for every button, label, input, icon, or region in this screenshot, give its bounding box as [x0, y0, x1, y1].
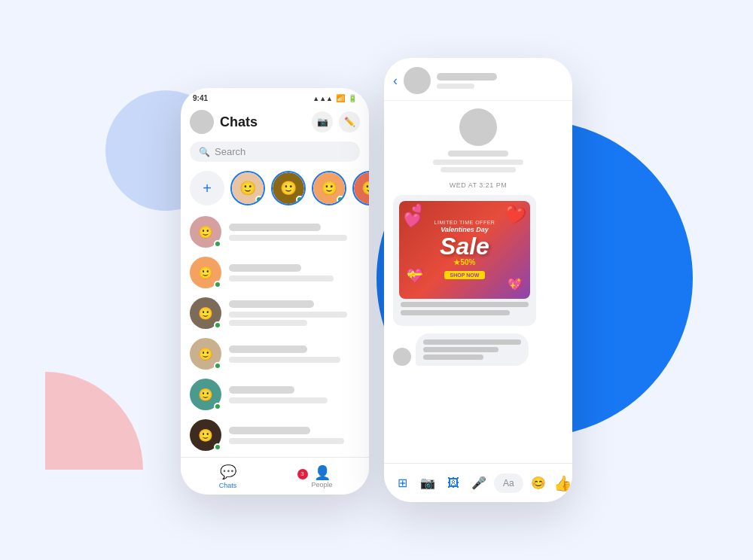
chat-avatar: 🙂 — [190, 338, 221, 370]
messages-area: WED AT 3:21 PM 💕 ❤️ 💝 💖 LIMITED TIME OFF… — [384, 101, 572, 455]
chat-info — [229, 300, 360, 326]
chat-info — [229, 264, 360, 282]
chat-msg-bar — [229, 397, 328, 403]
online-indicator — [296, 196, 303, 203]
header-icons: 📷 ✏️ — [312, 111, 360, 132]
edit-button[interactable]: ✏️ — [339, 111, 360, 132]
chat-msg-bar — [229, 357, 340, 363]
chat-info — [229, 386, 360, 403]
story-circle-2[interactable]: 🙂 — [271, 171, 306, 205]
contact-status-bar — [437, 84, 474, 89]
ad-text-lines — [399, 299, 530, 320]
msg-line — [401, 310, 510, 315]
msg-line — [423, 347, 498, 352]
chat-list-item[interactable]: 🙂 — [181, 293, 369, 333]
battery-icon: 🔋 — [348, 94, 357, 102]
heart-decoration: 💕 — [400, 202, 428, 230]
ad-limited-text: LIMITED TIME OFFER — [434, 220, 495, 225]
chat-avatar: 🙂 — [190, 419, 221, 451]
chats-nav-label: Chats — [219, 482, 237, 489]
ad-content: LIMITED TIME OFFER Valentines Day Sale ★… — [434, 220, 495, 280]
chat-list-item[interactable]: 🙂 — [181, 374, 369, 415]
status-bar: 9:41 ▲▲▲ 📶 🔋 — [181, 88, 369, 105]
emoji-button[interactable]: 😊 — [528, 473, 549, 494]
online-dot — [214, 443, 221, 451]
phones-container: 9:41 ▲▲▲ 📶 🔋 Chats 📷 ✏️ 🔍 Search + — [181, 58, 572, 502]
ad-image: 💕 ❤️ 💝 💖 LIMITED TIME OFFER Valentines D… — [399, 201, 530, 299]
ad-sale-text: Sale — [434, 234, 495, 258]
date-separator: WED AT 3:21 PM — [393, 181, 563, 189]
chat-msg-bar — [229, 275, 334, 282]
user-avatar[interactable] — [190, 110, 214, 134]
heart-decoration: ❤️ — [501, 202, 529, 229]
chat-name-bar — [229, 345, 307, 353]
phone-chat-detail: ‹ WED AT 3:21 PM 💕 ❤️ — [384, 58, 572, 502]
chat-list-item[interactable]: 🙂 — [181, 212, 369, 252]
contact-avatar — [404, 67, 431, 94]
chat-avatar: 🙂 — [190, 297, 221, 329]
sender-avatar-small — [393, 348, 411, 366]
image-button[interactable]: 🖼 — [443, 473, 464, 494]
story-circle-3[interactable]: 🙂 — [312, 171, 346, 205]
profile-bio-bar1 — [433, 160, 523, 165]
chat-name-bar — [229, 300, 314, 308]
chat-msg-bar — [229, 235, 347, 241]
msg-line — [423, 355, 483, 360]
like-send-button[interactable]: 👍 — [553, 473, 572, 494]
profile-bio-bar2 — [441, 167, 516, 172]
message-input[interactable]: Aa — [494, 473, 523, 493]
chat-avatar: 🙂 — [190, 216, 221, 248]
bg-quarter-circle-pink — [45, 372, 143, 470]
nav-people[interactable]: 👤 3 People — [275, 458, 369, 495]
nav-chats[interactable]: 💬 Chats — [181, 458, 275, 495]
profile-avatar-large — [459, 108, 497, 146]
online-dot — [214, 321, 221, 329]
story-circle-4[interactable]: 🙂 — [352, 171, 369, 205]
story-row: + 🙂 🙂 🙂 🙂 — [181, 168, 369, 212]
mic-button[interactable]: 🎤 — [468, 473, 489, 494]
search-icon: 🔍 — [199, 147, 210, 157]
grid-button[interactable]: ⊞ — [392, 473, 413, 494]
chat-list-item[interactable]: 🙂 — [181, 252, 369, 293]
story-circle-1[interactable]: 🙂 — [230, 171, 265, 205]
chat-name-bar — [229, 386, 294, 394]
chat-info — [229, 224, 360, 241]
nav-badge: 3 — [297, 469, 308, 479]
chat-list: 🙂 🙂 — [181, 212, 369, 495]
heart-decoration: 💖 — [508, 277, 523, 291]
wifi-icon: 📶 — [336, 94, 345, 102]
bottom-nav: 💬 Chats 👤 3 People — [181, 457, 369, 495]
chats-header: Chats 📷 ✏️ — [181, 105, 369, 138]
chat-name-bar — [229, 264, 301, 272]
chat-info — [229, 345, 360, 363]
chats-title: Chats — [220, 114, 312, 130]
chat-name-bar — [229, 224, 321, 231]
camera-button[interactable]: 📷 — [312, 111, 333, 132]
search-bar[interactable]: 🔍 Search — [190, 142, 360, 162]
online-indicator — [337, 196, 344, 203]
profile-name-bar — [448, 151, 508, 157]
status-icons: ▲▲▲ 📶 🔋 — [312, 94, 357, 102]
ad-message-bubble: 💕 ❤️ 💝 💖 LIMITED TIME OFFER Valentines D… — [393, 195, 536, 326]
chat-avatar: 🙂 — [190, 257, 221, 288]
online-dot — [214, 240, 221, 248]
ad-shop-button[interactable]: SHOP NOW — [444, 271, 486, 279]
back-button[interactable]: ‹ — [393, 73, 398, 89]
received-message — [393, 333, 563, 366]
online-dot — [214, 403, 221, 410]
heart-decoration: 💝 — [407, 267, 423, 284]
chat-detail-header: ‹ — [384, 58, 572, 101]
chats-nav-icon: 💬 — [220, 464, 236, 480]
chat-msg-bar-extra — [229, 320, 307, 326]
msg-line — [423, 339, 521, 345]
chat-list-item[interactable]: 🙂 — [181, 415, 369, 455]
message-bubble — [416, 333, 529, 366]
signal-icon: ▲▲▲ — [312, 95, 333, 102]
people-nav-icon: 👤 — [314, 465, 331, 480]
online-dot — [214, 362, 221, 370]
chat-list-item[interactable]: 🙂 — [181, 333, 369, 374]
add-story-button[interactable]: + — [190, 171, 224, 205]
chat-input-bar: ⊞ 📷 🖼 🎤 Aa 😊 👍 — [384, 463, 572, 502]
camera-button[interactable]: 📷 — [417, 473, 438, 494]
chat-msg-bar — [229, 438, 344, 444]
